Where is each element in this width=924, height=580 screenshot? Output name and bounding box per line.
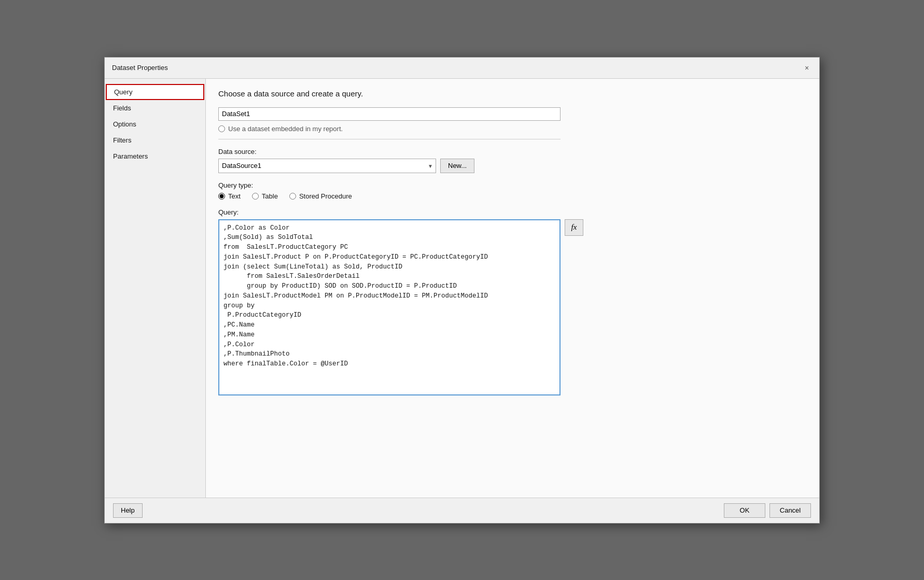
fx-button[interactable]: fx <box>565 219 583 236</box>
datasource-group: Data source: DataSource1 ▼ New... <box>218 148 807 173</box>
radio-text-input[interactable] <box>218 193 225 200</box>
radio-text-label: Text <box>228 192 241 200</box>
query-textarea-wrapper: ,P.Color as Color ,Sum(Sold) as SoldTota… <box>218 219 561 397</box>
radio-text[interactable]: Text <box>218 192 241 200</box>
query-row: ,P.Color as Color ,Sum(Sold) as SoldTota… <box>218 219 807 397</box>
dataset-name-section: Use a dataset embedded in my report. <box>218 107 807 139</box>
divider1 <box>218 139 561 139</box>
sidebar: Query Fields Options Filters Parameters <box>105 79 206 498</box>
ok-button[interactable]: OK <box>724 503 765 518</box>
query-type-label: Query type: <box>218 181 807 189</box>
datasource-label: Data source: <box>218 148 807 155</box>
main-scroll-area[interactable]: Choose a data source and create a query.… <box>206 79 819 498</box>
sidebar-item-parameters[interactable]: Parameters <box>105 148 205 164</box>
query-textarea[interactable]: ,P.Color as Color ,Sum(Sold) as SoldTota… <box>218 219 561 395</box>
dialog-title: Dataset Properties <box>112 64 168 72</box>
radio-stored-procedure-label: Stored Procedure <box>299 192 352 200</box>
title-bar: Dataset Properties × <box>105 58 819 79</box>
main-content: Choose a data source and create a query.… <box>206 79 819 498</box>
help-button[interactable]: Help <box>113 503 143 518</box>
datasource-select[interactable]: DataSource1 <box>218 159 436 173</box>
dataset-properties-dialog: Dataset Properties × Query Fields Option… <box>104 57 820 524</box>
radio-table[interactable]: Table <box>252 192 278 200</box>
datasource-select-wrapper: DataSource1 ▼ <box>218 159 436 173</box>
embedded-radio[interactable] <box>218 125 225 132</box>
radio-stored-procedure-input[interactable] <box>289 193 296 200</box>
dialog-body: Query Fields Options Filters Parameters … <box>105 79 819 498</box>
sidebar-item-fields[interactable]: Fields <box>105 100 205 116</box>
close-button[interactable]: × <box>802 63 812 73</box>
query-section: Query: ,P.Color as Color ,Sum(Sold) as S… <box>218 208 807 397</box>
embedded-radio-label[interactable]: Use a dataset embedded in my report. <box>218 125 807 133</box>
new-datasource-button[interactable]: New... <box>440 159 474 173</box>
query-type-group: Query type: Text Table Stored Procedu <box>218 181 807 200</box>
footer-right: OK Cancel <box>724 503 811 518</box>
radio-table-input[interactable] <box>252 193 259 200</box>
datasource-row: DataSource1 ▼ New... <box>218 159 807 173</box>
footer: Help OK Cancel <box>105 498 819 523</box>
sidebar-item-filters[interactable]: Filters <box>105 132 205 148</box>
section-title: Choose a data source and create a query. <box>218 89 807 98</box>
cancel-button[interactable]: Cancel <box>769 503 811 518</box>
radio-stored-procedure[interactable]: Stored Procedure <box>289 192 352 200</box>
radio-embedded: Use a dataset embedded in my report. <box>218 125 807 133</box>
query-type-row: Text Table Stored Procedure <box>218 192 807 200</box>
query-label: Query: <box>218 208 807 216</box>
radio-table-label: Table <box>262 192 278 200</box>
sidebar-item-options[interactable]: Options <box>105 116 205 132</box>
dataset-name-input[interactable] <box>218 107 561 121</box>
sidebar-item-query[interactable]: Query <box>106 84 204 100</box>
